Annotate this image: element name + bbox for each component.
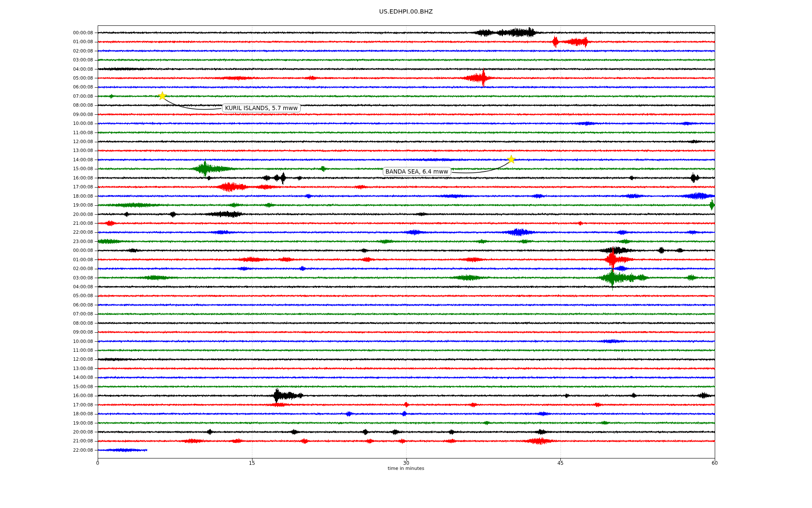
event-star-icon xyxy=(506,155,516,165)
row-label: 09:00:08 xyxy=(58,112,93,117)
row-label: 05:00:08 xyxy=(58,293,93,298)
row-label: 10:00:08 xyxy=(58,121,93,126)
row-label: 03:00:08 xyxy=(58,275,93,281)
row-label: 22:00:08 xyxy=(58,229,93,235)
row-label: 03:00:08 xyxy=(58,57,93,63)
row-label: 02:00:08 xyxy=(58,48,93,54)
x-tick-label: 0 xyxy=(85,460,110,466)
row-label: 14:00:08 xyxy=(58,157,93,163)
row-label: 16:00:08 xyxy=(58,393,93,398)
x-tick-label: 30 xyxy=(394,460,419,466)
row-label: 19:00:08 xyxy=(58,202,93,208)
row-label: 17:00:08 xyxy=(58,402,93,408)
x-tick-label: 15 xyxy=(239,460,265,466)
event-annotation-label: BANDA SEA, 6.4 mww xyxy=(383,167,451,176)
row-label: 17:00:08 xyxy=(58,184,93,190)
row-label: 18:00:08 xyxy=(58,193,93,199)
row-label: 13:00:08 xyxy=(58,366,93,371)
row-label: 01:00:08 xyxy=(58,39,93,44)
seismogram-canvas xyxy=(0,0,812,508)
row-label: 08:00:08 xyxy=(58,320,93,326)
row-label: 12:00:08 xyxy=(58,139,93,144)
figure-title: US.EDHPI.00.BHZ xyxy=(0,8,812,15)
row-label: 05:00:08 xyxy=(58,75,93,81)
row-label: 02:00:08 xyxy=(58,266,93,271)
row-label: 20:00:08 xyxy=(58,429,93,435)
x-tick-label: 60 xyxy=(702,460,727,466)
row-label: 04:00:08 xyxy=(58,284,93,290)
x-tick-label: 45 xyxy=(548,460,573,466)
row-label: 07:00:08 xyxy=(58,311,93,317)
row-label: 09:00:08 xyxy=(58,329,93,335)
row-label: 07:00:08 xyxy=(58,94,93,99)
row-label: 18:00:08 xyxy=(58,411,93,417)
row-label: 06:00:08 xyxy=(58,84,93,90)
row-label: 08:00:08 xyxy=(58,102,93,108)
row-label: 11:00:08 xyxy=(58,348,93,353)
row-label: 00:00:08 xyxy=(58,30,93,36)
row-label: 11:00:08 xyxy=(58,130,93,135)
seismogram-figure: US.EDHPI.00.BHZ 00:00:0801:00:0802:00:08… xyxy=(0,0,812,508)
x-axis-label: time in minutes xyxy=(0,466,812,471)
row-label: 12:00:08 xyxy=(58,356,93,362)
row-label: 00:00:08 xyxy=(58,248,93,253)
row-label: 16:00:08 xyxy=(58,175,93,181)
row-label: 22:00:08 xyxy=(58,447,93,453)
row-label: 10:00:08 xyxy=(58,339,93,344)
row-label: 15:00:08 xyxy=(58,166,93,171)
row-label: 20:00:08 xyxy=(58,212,93,217)
row-label: 01:00:08 xyxy=(58,257,93,262)
row-label: 04:00:08 xyxy=(58,66,93,72)
event-star-icon xyxy=(157,91,167,101)
row-label: 21:00:08 xyxy=(58,221,93,226)
row-label: 06:00:08 xyxy=(58,302,93,308)
event-annotation-label: KURIL ISLANDS, 5.7 mww xyxy=(222,104,301,113)
row-label: 21:00:08 xyxy=(58,438,93,444)
row-label: 15:00:08 xyxy=(58,384,93,389)
row-label: 14:00:08 xyxy=(58,375,93,380)
row-label: 23:00:08 xyxy=(58,239,93,244)
row-label: 19:00:08 xyxy=(58,420,93,426)
row-label: 13:00:08 xyxy=(58,148,93,153)
